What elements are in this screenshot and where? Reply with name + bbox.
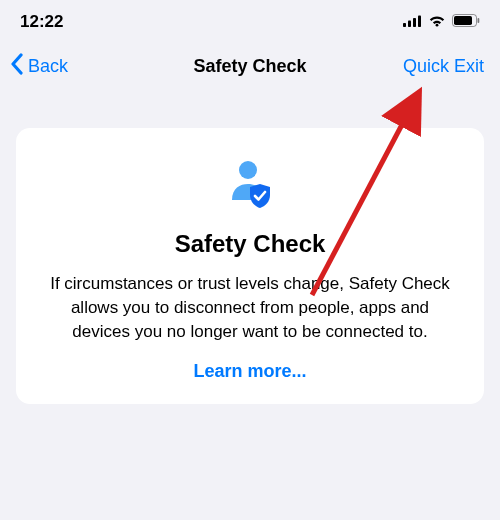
battery-icon (452, 13, 480, 31)
svg-rect-6 (454, 16, 472, 25)
back-button[interactable]: Back (10, 53, 120, 80)
cellular-icon (403, 13, 422, 31)
wifi-icon (428, 13, 446, 31)
person-shield-icon (40, 156, 460, 212)
quick-exit-button[interactable]: Quick Exit (380, 56, 490, 77)
svg-point-4 (436, 24, 439, 27)
content-area: Safety Check If circumstances or trust l… (0, 88, 500, 404)
svg-rect-7 (478, 18, 480, 23)
card-title: Safety Check (40, 230, 460, 258)
back-label: Back (28, 56, 68, 77)
learn-more-link[interactable]: Learn more... (40, 361, 460, 382)
svg-rect-1 (408, 21, 411, 28)
svg-rect-0 (403, 23, 406, 27)
chevron-left-icon (10, 53, 24, 80)
svg-point-8 (239, 161, 257, 179)
card-description: If circumstances or trust levels change,… (40, 272, 460, 343)
svg-rect-2 (413, 18, 416, 27)
page-title: Safety Check (193, 56, 306, 77)
status-time: 12:22 (20, 12, 63, 32)
status-indicators (403, 13, 480, 31)
navigation-bar: Back Safety Check Quick Exit (0, 44, 500, 88)
safety-check-card: Safety Check If circumstances or trust l… (16, 128, 484, 404)
svg-rect-3 (418, 16, 421, 28)
status-bar: 12:22 (0, 0, 500, 44)
